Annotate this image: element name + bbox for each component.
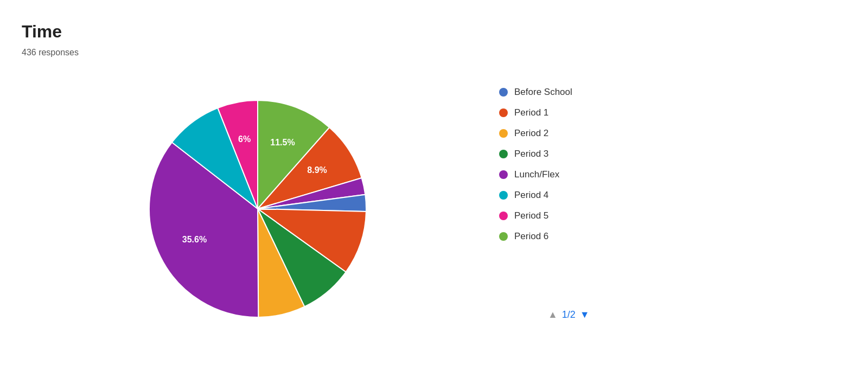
legend-label: Lunch/Flex [514,169,559,180]
svg-text:6%: 6% [238,135,251,144]
legend-label: Period 4 [514,190,548,201]
legend-label: Period 5 [514,210,548,221]
legend-label: Period 6 [514,231,548,242]
chart-subtitle: 436 responses [22,48,79,57]
chart-area: 11.5%8.9%35.6%6% [108,65,407,353]
legend-label: Period 2 [514,128,548,139]
legend-dot [499,108,508,117]
legend-item: Lunch/Flex [499,169,572,180]
legend-item: Period 1 [499,107,572,118]
svg-text:35.6%: 35.6% [182,235,207,244]
legend-dot [499,129,508,138]
pagination: ▲ 1/2 ▼ [548,309,590,321]
chart-title: Time [22,22,62,42]
legend-dot [499,88,508,97]
svg-text:8.9%: 8.9% [307,165,327,175]
svg-text:11.5%: 11.5% [270,138,295,147]
next-page-button[interactable]: ▼ [580,309,590,321]
legend-dot [499,212,508,220]
legend-item: Before School [499,87,572,98]
legend-label: Period 1 [514,107,548,118]
legend-item: Period 6 [499,231,572,242]
legend-label: Period 3 [514,149,548,159]
prev-page-button[interactable]: ▲ [548,309,558,321]
legend-area: Before School Period 1 Period 2 Period 3… [499,87,572,242]
legend-dot [499,191,508,200]
legend-dot [499,170,508,179]
legend-item: Period 4 [499,190,572,201]
legend-label: Before School [514,87,572,98]
legend-item: Period 3 [499,149,572,159]
legend-item: Period 5 [499,210,572,221]
page-indicator: 1/2 [562,309,576,321]
legend-dot [499,232,508,241]
legend-dot [499,150,508,158]
legend-item: Period 2 [499,128,572,139]
